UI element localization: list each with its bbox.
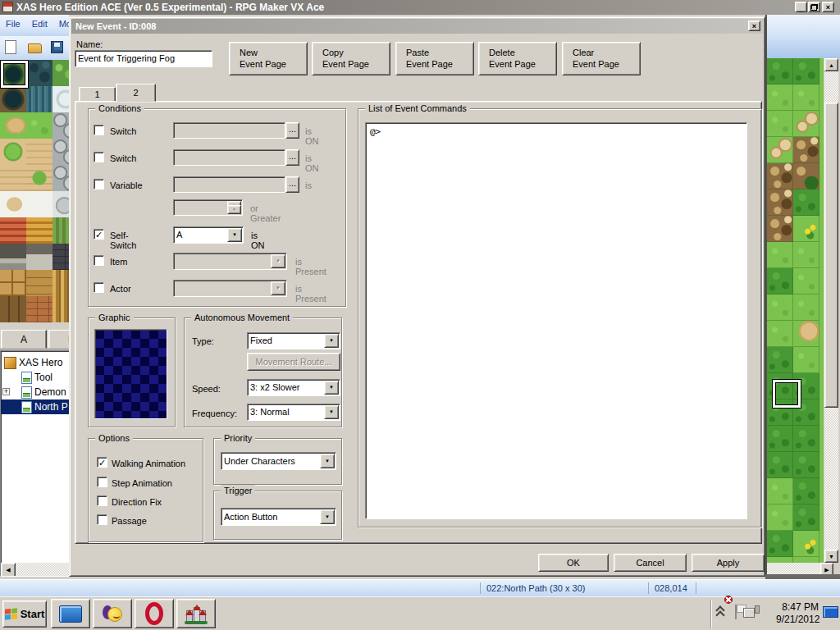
movement-route-button[interactable]: Movement Route... xyxy=(247,353,340,371)
map-tile[interactable] xyxy=(767,321,793,347)
palette-tile[interactable] xyxy=(26,270,52,296)
scroll-up-button[interactable]: ▲ xyxy=(824,58,838,71)
map-tile[interactable] xyxy=(767,242,793,268)
variable-browse-button[interactable]: ... xyxy=(285,176,299,193)
switch2-input[interactable] xyxy=(173,149,285,166)
map-tile[interactable] xyxy=(767,478,793,504)
map-view[interactable] xyxy=(767,58,824,563)
taskbar-display-properties-button[interactable] xyxy=(51,599,90,628)
map-tile[interactable] xyxy=(793,58,819,84)
palette-tile[interactable] xyxy=(26,244,52,270)
direction-fix-checkbox[interactable] xyxy=(97,495,107,506)
map-tile[interactable] xyxy=(793,163,819,189)
new-file-icon[interactable] xyxy=(5,40,16,54)
map-tile[interactable] xyxy=(793,452,819,478)
self-switch-select[interactable]: A▼ xyxy=(173,226,244,244)
item-select[interactable]: ▼ xyxy=(173,253,287,270)
palette-tile[interactable] xyxy=(0,217,26,244)
vscroll-thumb[interactable] xyxy=(824,103,838,408)
event-commands-list[interactable]: @> xyxy=(365,122,747,519)
actor-select[interactable]: ▼ xyxy=(173,280,287,297)
palette-tile[interactable] xyxy=(52,296,69,322)
palette-tile[interactable] xyxy=(26,296,52,322)
palette-tile[interactable] xyxy=(0,165,26,191)
event-page-tab-2[interactable]: 2 xyxy=(116,84,156,102)
switch1-checkbox[interactable] xyxy=(94,125,104,135)
switch2-checkbox[interactable] xyxy=(94,152,104,162)
palette-tile[interactable] xyxy=(26,86,52,112)
taskbar-rpgmaker-button[interactable] xyxy=(176,599,216,628)
paste-event-page-button[interactable]: PasteEvent Page xyxy=(395,42,474,75)
priority-select[interactable]: Under Characters▼ xyxy=(221,452,336,470)
map-tile[interactable] xyxy=(793,216,819,242)
cancel-button[interactable]: Cancel xyxy=(614,554,687,572)
map-tile[interactable] xyxy=(767,426,793,452)
scroll-left-button[interactable]: ◀ xyxy=(1,563,16,577)
switch1-browse-button[interactable]: ... xyxy=(285,122,299,139)
scroll-down-button[interactable]: ▼ xyxy=(824,550,838,563)
palette-tile[interactable] xyxy=(26,60,52,86)
map-tile[interactable] xyxy=(793,504,819,531)
palette-tile[interactable] xyxy=(26,165,52,191)
clear-event-page-button[interactable]: ClearEvent Page xyxy=(562,42,641,75)
minimize-button[interactable]: _ xyxy=(795,2,807,12)
palette-tile[interactable] xyxy=(0,270,26,296)
event-page-tab-1[interactable]: 1 xyxy=(79,87,116,102)
map-tile[interactable] xyxy=(793,347,819,373)
type-select[interactable]: Fixed▼ xyxy=(247,332,340,349)
palette-tile[interactable] xyxy=(52,217,69,244)
variable-input[interactable] xyxy=(173,176,285,193)
name-input[interactable]: Event for Triggering Fog xyxy=(75,50,212,67)
palette-tile[interactable] xyxy=(26,112,52,139)
palette-tile[interactable] xyxy=(52,112,69,139)
palette-tile[interactable] xyxy=(26,217,52,244)
palette-tab-a[interactable]: A xyxy=(1,330,47,349)
palette-tab-b[interactable]: B xyxy=(48,330,69,349)
map-tile[interactable] xyxy=(767,557,793,563)
walking-animation-checkbox[interactable]: ✓ xyxy=(97,457,107,468)
apply-button[interactable]: Apply xyxy=(692,554,765,572)
spin-down-icon[interactable]: ▼ xyxy=(227,205,241,214)
trigger-select[interactable]: Action Button▼ xyxy=(221,508,336,526)
passage-checkbox[interactable] xyxy=(97,514,107,525)
palette-tile[interactable] xyxy=(52,60,69,86)
map-tile[interactable] xyxy=(767,268,793,294)
start-button[interactable]: Start xyxy=(2,600,47,628)
palette-tile[interactable] xyxy=(26,191,52,217)
new-event-page-button[interactable]: NewEvent Page xyxy=(229,42,308,75)
palette-tile[interactable] xyxy=(52,191,69,217)
palette-tile[interactable] xyxy=(52,139,69,165)
open-folder-icon[interactable] xyxy=(28,43,42,53)
map-tile[interactable] xyxy=(767,58,793,84)
map-tile[interactable] xyxy=(793,84,819,111)
dropdown-icon[interactable]: ▼ xyxy=(271,254,285,268)
palette-tile[interactable] xyxy=(0,191,26,217)
map-tile[interactable] xyxy=(793,294,819,321)
dropdown-icon[interactable]: ▼ xyxy=(324,405,339,419)
actor-checkbox[interactable] xyxy=(94,282,104,293)
step-animation-checkbox[interactable] xyxy=(97,477,107,487)
map-tile[interactable] xyxy=(793,137,819,163)
map-tile[interactable] xyxy=(793,531,819,557)
expand-icon[interactable]: + xyxy=(2,388,10,395)
map-tile[interactable] xyxy=(793,111,819,137)
taskbar-opera-button[interactable] xyxy=(135,599,174,628)
map-tile[interactable] xyxy=(767,531,793,557)
tree-item-tool[interactable]: Tool xyxy=(1,370,69,385)
menu-mode[interactable]: Mode xyxy=(53,17,69,30)
palette-tile[interactable] xyxy=(52,165,69,191)
close-button[interactable]: × xyxy=(822,2,834,12)
speed-select[interactable]: 3: x2 Slower▼ xyxy=(247,379,340,396)
self-switch-checkbox[interactable]: ✓ xyxy=(94,229,104,240)
palette-tile[interactable] xyxy=(26,139,52,165)
map-tile[interactable] xyxy=(793,189,819,216)
palette-tile[interactable] xyxy=(52,86,69,112)
map-tile[interactable] xyxy=(767,111,793,137)
dropdown-icon[interactable]: ▼ xyxy=(320,454,335,468)
map-tile[interactable] xyxy=(793,321,819,347)
frequency-select[interactable]: 3: Normal▼ xyxy=(247,404,340,421)
switch2-browse-button[interactable]: ... xyxy=(285,149,299,166)
map-tile[interactable] xyxy=(767,294,793,321)
map-tile[interactable] xyxy=(793,426,819,452)
palette-tile[interactable] xyxy=(0,86,26,112)
